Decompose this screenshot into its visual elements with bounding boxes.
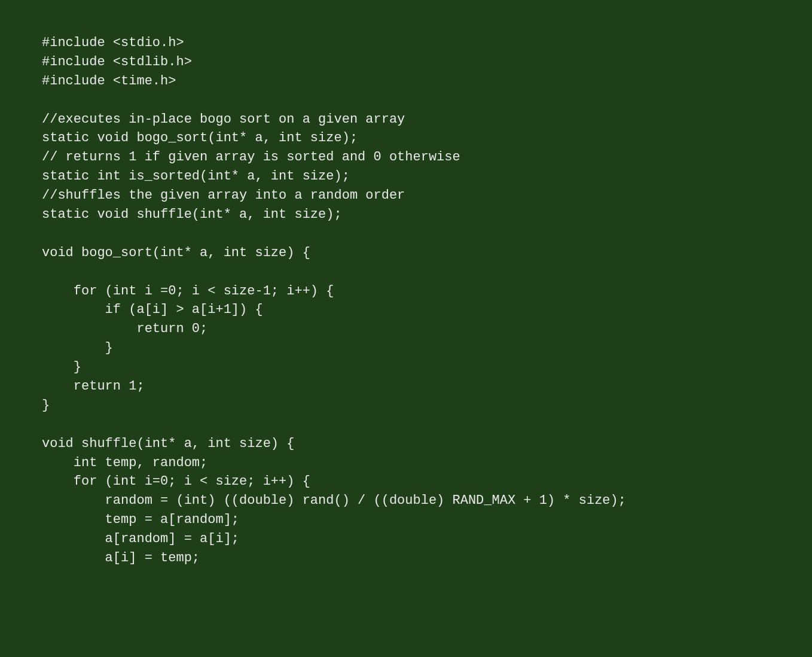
code-line: random = (int) ((double) rand() / ((doub… <box>42 491 770 510</box>
code-line: void shuffle(int* a, int size) { <box>42 434 770 454</box>
code-line: #include <stdlib.h> <box>42 53 770 72</box>
code-line: if (a[i] > a[i+1]) { <box>42 300 770 320</box>
code-line: //executes in-place bogo sort on a given… <box>42 110 770 129</box>
code-line: // returns 1 if given array is sorted an… <box>42 148 770 167</box>
code-line: static void bogo_sort(int* a, int size); <box>42 129 770 148</box>
code-line: #include <time.h> <box>42 72 770 91</box>
code-line: for (int i=0; i < size; i++) { <box>42 472 770 491</box>
code-line <box>42 415 770 434</box>
code-line: int temp, random; <box>42 454 770 473</box>
code-line: static int is_sorted(int* a, int size); <box>42 167 770 186</box>
code-line: #include <stdio.h> <box>42 34 770 53</box>
code-line: temp = a[random]; <box>42 510 770 530</box>
code-line: a[i] = temp; <box>42 549 770 568</box>
code-line: void bogo_sort(int* a, int size) { <box>42 244 770 263</box>
code-line: return 0; <box>42 320 770 339</box>
code-line: a[random] = a[i]; <box>42 530 770 549</box>
code-line: for (int i =0; i < size-1; i++) { <box>42 282 770 301</box>
code-line: } <box>42 396 770 415</box>
code-line: //shuffles the given array into a random… <box>42 186 770 205</box>
code-line: static void shuffle(int* a, int size); <box>42 205 770 224</box>
code-line: } <box>42 339 770 358</box>
code-line <box>42 91 770 110</box>
code-line <box>42 263 770 282</box>
code-line: return 1; <box>42 377 770 396</box>
code-line: } <box>42 358 770 377</box>
code-line <box>42 224 770 244</box>
code-block: #include <stdio.h>#include <stdlib.h>#in… <box>42 34 770 568</box>
